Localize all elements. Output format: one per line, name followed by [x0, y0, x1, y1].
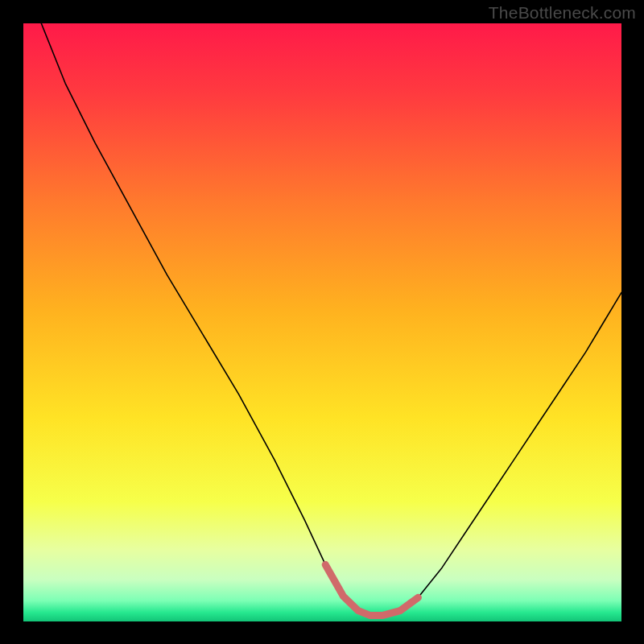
bottleneck-chart: [23, 23, 621, 621]
gradient-background: [23, 23, 621, 621]
watermark-text: TheBottleneck.com: [489, 3, 636, 23]
chart-plot-area: [23, 23, 621, 621]
chart-frame: TheBottleneck.com: [0, 0, 644, 644]
